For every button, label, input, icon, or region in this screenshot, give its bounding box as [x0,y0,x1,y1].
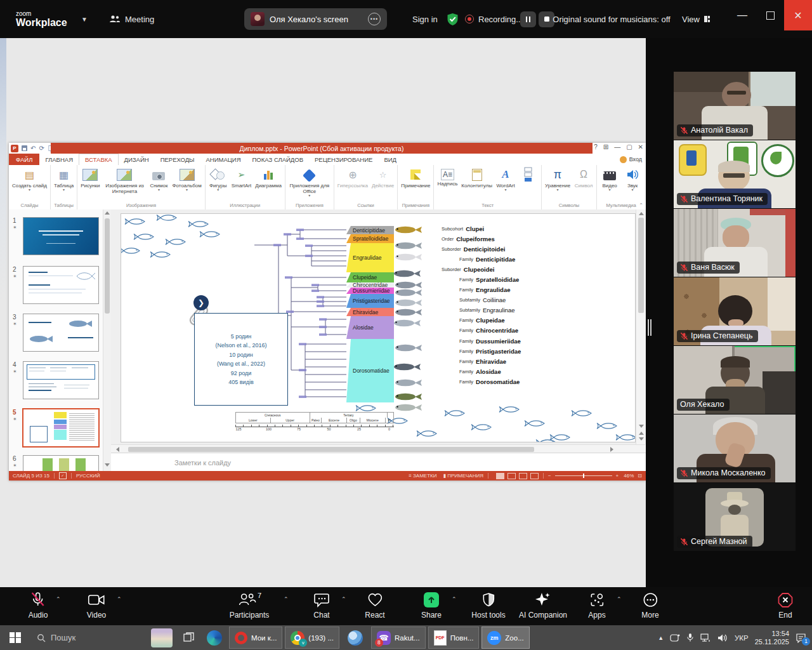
action-button[interactable]: ☆Действие [370,166,395,189]
wordart-button[interactable]: AWordArt▾ [495,166,516,192]
clock[interactable]: 13:54 25.11.2025 [755,630,789,646]
end-meeting-button[interactable]: End [777,591,794,620]
apps-options-chevron[interactable]: ⌃ [617,596,622,602]
ppt-minimize-icon[interactable]: — [614,143,620,150]
share-options-chevron[interactable]: ⌃ [452,596,457,602]
ai-companion-button[interactable]: AI Companion [519,591,567,620]
slide-vertical-scrollbar[interactable] [636,209,646,444]
tab-home[interactable]: ГЛАВНАЯ [39,154,79,165]
ppt-restore-icon[interactable]: ▢ [626,143,632,150]
security-shield-icon[interactable] [447,0,459,38]
panel-drag-handle[interactable] [650,319,652,336]
taskbar-app-pdf[interactable]: PDF Повн... [428,627,480,649]
audio-button[interactable]: Audio [29,591,48,620]
text-box-button[interactable]: A≡Надпись [436,166,459,187]
start-button[interactable] [0,625,30,650]
tab-design[interactable]: ДИЗАЙН [119,154,155,165]
video-tile[interactable]: Анатолій Вакал [674,72,796,140]
panel-drag-handle[interactable] [648,319,649,336]
zoom-in-button[interactable]: + [616,473,619,479]
equation-button[interactable]: πУравнение▾ [544,166,572,192]
fit-slide-button[interactable]: ⊡ [638,473,642,479]
office-apps-button[interactable]: Приложения для Office▾ [287,166,332,198]
view-button[interactable]: View [682,0,710,38]
share-button[interactable]: Share [421,591,442,620]
taskbar-app-zoom[interactable]: zm Zoo... [481,627,529,649]
chart-button[interactable]: Диаграмма [254,166,283,189]
normal-view-button[interactable] [496,473,504,479]
tab-review[interactable]: РЕЦЕНЗИРОВАНИЕ [309,154,378,165]
video-tile[interactable]: Сергей Мазной [674,483,796,551]
thumbnail-scrollbar[interactable] [103,209,111,471]
taskbar-app-chrome[interactable]: v (193) ... [285,627,339,649]
react-button[interactable]: React [365,591,384,620]
slide-canvas[interactable]: Denticipitidae Spratelloididae Engraulid… [121,213,636,442]
date-time-slide-number-buttons[interactable] [518,166,539,183]
volume-tray-icon[interactable] [717,633,728,642]
chromium-browser-icon[interactable] [341,625,370,650]
ppt-help-icon[interactable]: ? [594,143,598,150]
widgets-button[interactable] [148,625,176,650]
pictures-button[interactable]: Рисунки [79,166,101,189]
tab-transitions[interactable]: ПЕРЕХОДЫ [155,154,200,165]
shapes-button[interactable]: Фигуры▾ [207,166,229,192]
original-sound-toggle[interactable]: Original sound for musicians: off [549,0,674,38]
zoom-slider[interactable] [555,475,612,476]
audio-options-chevron[interactable]: ⌃ [56,596,61,602]
zoom-percent[interactable]: 46% [624,473,634,479]
video-tile[interactable]: Ваня Васюк [674,209,796,277]
slideshow-view-button[interactable] [530,473,539,479]
hyperlink-button[interactable]: ⊕Гиперссылка [336,166,369,189]
tray-expand-icon[interactable]: ▲ [658,635,664,641]
table-button[interactable]: ▦Таблица▾ [53,166,75,192]
network-tray-icon[interactable] [700,633,711,642]
taskbar-app-viber[interactable]: ☎ 8 Rakut... [371,627,426,649]
notification-center-button[interactable]: 1 [796,633,807,643]
ribbon-collapse-icon[interactable]: ⌃ [639,202,643,208]
notes-toggle[interactable]: ≡ ЗАМЕТКИ [409,473,436,479]
tab-insert[interactable]: ВСТАВКА [79,154,119,165]
comment-button[interactable]: Примечание [400,166,431,189]
tab-view[interactable]: ВИД [378,154,402,165]
ppt-close-icon[interactable]: ✕ [638,143,643,150]
redo-icon[interactable]: ⟳ [39,145,44,152]
header-footer-button[interactable]: Колонтитулы [460,166,494,189]
spellcheck-icon[interactable]: ✓ [59,472,67,479]
tab-animations[interactable]: АНИМАЦИЯ [200,154,247,165]
minimize-button[interactable]: — [728,0,756,30]
video-tile[interactable]: Ірина Степанець [674,277,796,345]
ppt-title-bar[interactable]: P ↶ ⟳ ▾ Диплом.pptx - PowerPoint (Сбой а… [9,143,646,154]
smartart-button[interactable]: ➢SmartArt [230,166,253,189]
recording-pause-button[interactable] [520,0,536,38]
notes-pane[interactable]: Заметки к слайду [111,453,646,472]
slide-sorter-view-button[interactable] [508,473,516,479]
more-button[interactable]: More [641,591,658,620]
photo-album-button[interactable]: Фотоальбом▾ [171,166,202,192]
save-icon[interactable] [22,145,27,151]
citation-text-box[interactable]: 5 родин (Nelson et al., 2016) 10 родин (… [194,313,288,406]
chat-options-chevron[interactable]: ⌃ [341,596,346,602]
tab-meeting[interactable]: Meeting [109,0,154,38]
shared-screen-pill[interactable]: Оля Хекало's screen ••• [244,8,387,30]
next-arrow-button[interactable]: ❯ [193,295,209,310]
ppt-ribbon-options-icon[interactable]: ⊞ [603,143,608,150]
keyboard-language[interactable]: УКР [735,634,749,642]
taskbar-search[interactable]: Пошук [30,625,148,650]
video-tile[interactable]: Валентина Торяник [674,140,796,208]
reading-view-button[interactable] [519,473,527,479]
ppt-sign-in[interactable]: Вход [620,154,642,165]
mic-tray-icon[interactable] [686,633,694,642]
video-tile[interactable]: Микола Москаленко [674,415,796,482]
audio-button[interactable]: Звук▾ [622,166,643,192]
apps-button[interactable]: Apps [588,591,605,620]
chat-button[interactable]: Chat [313,591,330,620]
maximize-button[interactable] [756,0,784,30]
slide-horizontal-scrollbar[interactable] [111,444,645,453]
participants-button[interactable]: 7 Participants [230,591,270,620]
screen-record-tray-icon[interactable] [670,633,680,642]
tab-slideshow[interactable]: ПОКАЗ СЛАЙДОВ [247,154,309,165]
new-slide-button[interactable]: ▤Создать слайд▾ [11,166,48,192]
undo-icon[interactable]: ↶ [30,145,36,152]
video-tile-active-speaker[interactable]: Оля Хекало [674,346,796,414]
video-button[interactable]: Video [87,591,106,620]
